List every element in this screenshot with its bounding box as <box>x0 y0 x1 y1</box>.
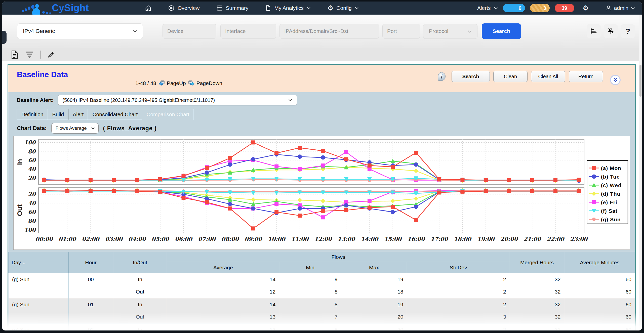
cell-min: 8 <box>279 286 341 298</box>
svg-text:Out: Out <box>16 204 24 216</box>
table-row[interactable]: (g) Sun02In1382023260 <box>9 323 635 330</box>
sidebar-toggle-handle[interactable] <box>2 31 7 44</box>
interface-input[interactable] <box>220 24 276 39</box>
svg-text:23:00: 23:00 <box>570 236 588 242</box>
nav-label: Config <box>336 5 352 11</box>
report-chart-button[interactable] <box>587 24 601 38</box>
collapse-panel-button[interactable] <box>610 75 621 85</box>
settings-gear-icon[interactable]: ⚙ <box>583 5 589 12</box>
column-header-day[interactable]: Day▲ <box>9 252 69 273</box>
cell-stddev: 2 <box>407 273 510 286</box>
alerts-menu[interactable]: Alerts <box>477 5 498 11</box>
edit-button[interactable] <box>47 51 55 58</box>
svg-text:17:00: 17:00 <box>431 236 449 242</box>
column-header-max[interactable]: Max <box>341 262 407 273</box>
table-row[interactable]: (g) Sun00In1491923260 <box>9 273 635 286</box>
column-header-flows[interactable]: Flows <box>167 252 510 262</box>
scrollbar-thumb[interactable] <box>639 65 641 97</box>
summary-icon <box>216 5 223 11</box>
cysight-logo[interactable]: CySight <box>9 2 120 15</box>
page-down-button[interactable]: PageDown <box>188 80 222 86</box>
cell-average: 13 <box>167 311 279 323</box>
bar-chart-icon <box>590 27 597 35</box>
cell-in-out: In <box>113 323 167 330</box>
logo-dot <box>25 8 27 11</box>
column-header-average-minutes[interactable]: Average Minutes <box>564 252 635 273</box>
nav-item-config[interactable]: ⚙ Config <box>327 5 359 12</box>
page-up-label: PageUp <box>167 80 186 86</box>
double-chevron-down-icon <box>613 77 618 83</box>
chart-data-select[interactable]: Flows Average <box>51 123 99 134</box>
nav-item-my-analytics[interactable]: My Analytics <box>265 5 311 11</box>
alert-badge-critical[interactable]: 39 <box>555 4 574 12</box>
nav-item-overview[interactable]: Overview <box>168 5 200 11</box>
cell-day: (g) Sun <box>9 273 69 286</box>
svg-text:01:00: 01:00 <box>59 236 77 242</box>
chevron-down-icon <box>288 99 292 101</box>
pagination-range: 1-48 / 48 <box>135 80 156 86</box>
column-header-merged-hours[interactable]: Merged Hours <box>510 252 564 273</box>
column-header-hour[interactable]: Hour <box>69 252 113 273</box>
info-icon[interactable]: i <box>438 72 446 81</box>
table-row[interactable]: Out1372033260 <box>9 311 635 323</box>
alert-badge-warning[interactable]: 3 <box>530 4 550 12</box>
report-toolbar <box>2 48 642 61</box>
logo-dot <box>49 12 51 14</box>
nav-label: Overview <box>178 5 200 11</box>
tab-build[interactable]: Build <box>48 109 69 120</box>
user-menu[interactable]: admin <box>606 5 635 11</box>
cell-merged-hours: 32 <box>510 298 564 311</box>
clean-all-button[interactable]: Clean All <box>531 71 565 82</box>
protocol-select[interactable]: Protocol <box>423 24 477 39</box>
panel-search-button[interactable]: Search <box>452 71 490 82</box>
chevron-down-icon <box>631 7 635 9</box>
svg-text:(a) Mon: (a) Mon <box>601 165 621 171</box>
filter-button[interactable] <box>25 51 34 58</box>
baseline-alert-select[interactable]: (5604) IPv4 Baseline (203.149.76.249-495… <box>58 95 297 105</box>
home-button[interactable] <box>145 5 151 11</box>
protocol-value: Protocol <box>429 28 448 34</box>
tab-alert[interactable]: Alert <box>68 109 88 120</box>
tab-comparison-chart[interactable]: Comparison Chart <box>142 109 194 120</box>
cell-in-out: In <box>113 273 167 286</box>
column-header-stddev[interactable]: StdDev <box>407 262 510 273</box>
cell-min: 7 <box>279 311 341 323</box>
help-button[interactable]: ? <box>621 24 635 38</box>
report-type-select[interactable]: IPv4 Generic <box>17 23 143 39</box>
return-button[interactable]: Return <box>569 71 603 82</box>
chart-data-value: Flows Average <box>56 126 87 131</box>
unpin-button[interactable] <box>604 24 618 38</box>
svg-text:(g) Sun: (g) Sun <box>601 217 621 222</box>
document-icon <box>11 50 19 59</box>
alert-badge-info[interactable]: 6 <box>503 4 525 12</box>
clean-button[interactable]: Clean <box>493 71 528 82</box>
svg-text:19:00: 19:00 <box>477 236 495 242</box>
nav-item-summary[interactable]: Summary <box>216 5 249 11</box>
baseline-panel: Baseline Data 1-48 / 48 PageUp PageDown … <box>8 64 636 330</box>
cell-day: (g) Sun <box>9 298 69 311</box>
svg-text:05:00: 05:00 <box>152 236 170 242</box>
device-input[interactable] <box>163 24 216 39</box>
page-up-button[interactable]: PageUp <box>158 80 186 86</box>
cell-average-minutes: 60 <box>564 273 635 286</box>
report-template-button[interactable] <box>11 50 19 59</box>
search-button[interactable]: Search <box>482 23 521 39</box>
svg-text:In: In <box>16 159 24 165</box>
svg-text:80: 80 <box>28 148 36 155</box>
cell-merged-hours: 32 <box>510 323 564 330</box>
tab-consolidated-chart[interactable]: Consolidated Chart <box>88 109 142 120</box>
tab-definition[interactable]: Definition <box>17 109 48 120</box>
ip-address-input[interactable] <box>279 24 379 39</box>
column-header-average[interactable]: Average <box>167 262 279 273</box>
column-header-day-label: Day <box>12 260 21 265</box>
table-row[interactable]: Out1281823260 <box>9 286 635 298</box>
svg-text:15:00: 15:00 <box>384 236 402 242</box>
svg-text:18:00: 18:00 <box>454 236 472 242</box>
filter-bar: IPv4 Generic Protocol Search ? <box>2 15 642 48</box>
column-header-min[interactable]: Min <box>279 262 341 273</box>
port-input[interactable] <box>382 24 420 39</box>
table-row[interactable]: (g) Sun01In1481923260 <box>9 298 635 311</box>
scrollbar[interactable] <box>639 15 642 330</box>
top-navbar: CySight Overview Summary My Analytics ⚙ … <box>2 2 642 15</box>
column-header-inout[interactable]: In/Out <box>113 252 167 273</box>
